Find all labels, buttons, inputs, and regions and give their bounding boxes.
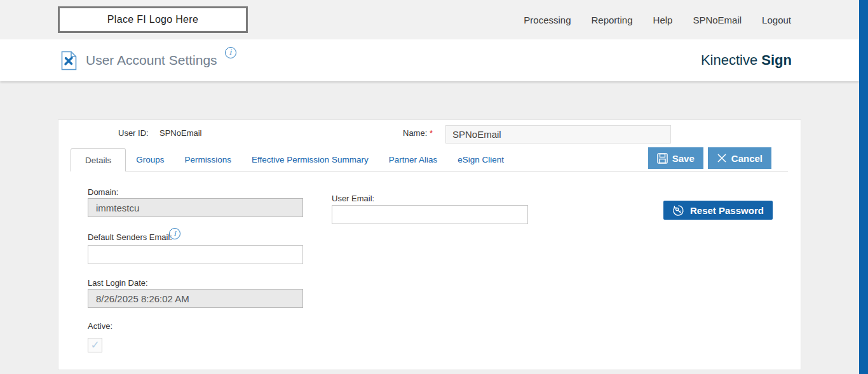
user-email-label: User Email: <box>332 194 374 203</box>
domain-label: Domain: <box>88 187 118 197</box>
page-info-icon[interactable]: i <box>225 47 236 58</box>
checkmark-icon: ✓ <box>90 338 99 352</box>
user-email-input[interactable] <box>332 205 528 224</box>
nav-reporting[interactable]: Reporting <box>592 15 633 25</box>
name-input[interactable] <box>445 125 671 144</box>
nav-help[interactable]: Help <box>653 15 673 25</box>
default-senders-email-label: Default Senders Email: <box>88 232 172 242</box>
user-settings-document-icon <box>61 51 77 70</box>
reset-password-key-icon <box>672 204 684 217</box>
top-bar: Place FI Logo Here Processing Reporting … <box>0 0 859 39</box>
nav-username[interactable]: SPNoEmail <box>693 15 742 25</box>
fi-logo-placeholder: Place FI Logo Here <box>58 6 248 33</box>
reset-password-button[interactable]: Reset Password <box>663 201 773 220</box>
cancel-x-icon <box>717 153 727 163</box>
required-asterisk: * <box>430 128 433 138</box>
page-title: User Account Settings <box>86 53 217 68</box>
top-nav: Processing Reporting Help SPNoEmail Logo… <box>524 15 791 25</box>
default-senders-email-input[interactable] <box>88 245 303 264</box>
save-floppy-icon <box>657 153 668 164</box>
window-scroll-strip[interactable] <box>859 0 868 374</box>
nav-logout[interactable]: Logout <box>762 15 791 25</box>
tab-partner-alias[interactable]: Partner Alias <box>379 149 448 171</box>
nav-processing[interactable]: Processing <box>524 15 571 25</box>
tab-groups[interactable]: Groups <box>126 149 174 171</box>
tab-permissions[interactable]: Permissions <box>175 149 242 171</box>
brand-product: Sign <box>761 52 792 68</box>
domain-input <box>88 198 303 217</box>
active-checkbox[interactable]: ✓ <box>88 338 102 352</box>
active-label: Active: <box>88 321 112 331</box>
user-id-value: SPNoEmail <box>159 128 201 138</box>
last-login-date-label: Last Login Date: <box>88 278 148 288</box>
cancel-button[interactable]: Cancel <box>708 147 771 169</box>
tab-actions: Save Cancel <box>648 147 771 169</box>
user-id-label: User ID: <box>118 128 149 138</box>
tab-effective-permission-summary[interactable]: Effective Permission Summary <box>241 149 379 171</box>
user-account-card: User ID: SPNoEmail Name: * Details Group… <box>58 119 801 370</box>
fi-logo-placeholder-text: Place FI Logo Here <box>107 14 198 25</box>
tab-esign-client[interactable]: eSign Client <box>447 149 514 171</box>
tab-details[interactable]: Details <box>71 148 126 171</box>
brand-name: Kinective <box>701 52 757 68</box>
tab-bar: Details Groups Permissions Effective Per… <box>71 149 788 171</box>
page-header: User Account Settings i Kinective Sign <box>0 39 859 81</box>
save-button[interactable]: Save <box>648 147 703 169</box>
brand-logo: Kinective Sign <box>701 52 792 69</box>
default-senders-email-info-icon[interactable]: i <box>169 228 180 239</box>
name-label: Name: * <box>403 128 433 138</box>
page-title-group: User Account Settings i <box>61 51 236 70</box>
last-login-date-input <box>88 289 303 308</box>
